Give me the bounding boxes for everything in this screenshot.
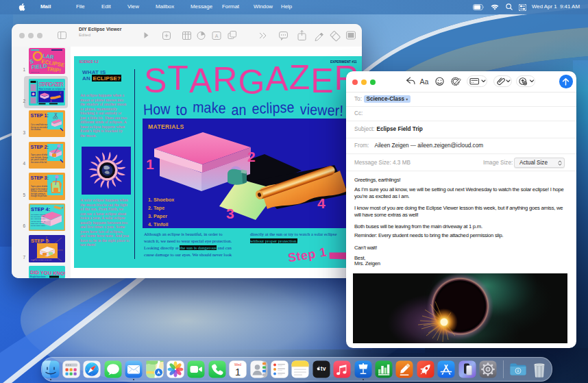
svg-text:the top on one end of: the top on one end of	[31, 126, 48, 129]
svg-text:the center of the foil.: the center of the foil.	[31, 161, 47, 164]
svg-text:out the whole paper.: out the whole paper.	[31, 225, 46, 227]
svg-text:pin, punch a hole in: pin, punch a hole in	[31, 158, 47, 161]
svg-text:4. Tinfoil: 4. Tinfoil	[148, 221, 168, 227]
svg-text:Wed 1 p.m.: Wed 1 p.m.	[31, 71, 40, 73]
svg-text:the shoebox.: the shoebox.	[31, 128, 41, 131]
svg-text:STEP 2:: STEP 2:	[31, 145, 49, 149]
svg-text:the light coming in: the light coming in	[31, 193, 45, 195]
svg-text:Cut a small hole near: Cut a small hole near	[31, 123, 48, 126]
svg-text:Aa: Aa	[420, 77, 429, 86]
svg-text:STEP 4:: STEP 4:	[31, 206, 50, 212]
svg-text:STARGAZER: STARGAZER	[38, 81, 64, 88]
svg-text:the box, across from: the box, across from	[31, 190, 47, 193]
svg-text:STEP 1:: STEP 1:	[31, 113, 49, 118]
svg-text:through the pin hole.: through the pin hole.	[31, 195, 47, 197]
svg-text:paper to the inside of: paper to the inside of	[31, 188, 48, 190]
svg-text:tv: tv	[320, 365, 326, 372]
svg-text:2: 2	[247, 149, 256, 164]
svg-text:Tape a piece of tinfoil: Tape a piece of tinfoil	[31, 153, 48, 156]
svg-text:A: A	[215, 34, 219, 38]
svg-text:2. Tape: 2. Tape	[148, 205, 164, 211]
svg-text:How to make an eclipse viewer!: How to make an eclipse viewer!	[39, 88, 66, 90]
svg-text:1. Shoebox: 1. Shoebox	[148, 197, 174, 203]
svg-text:1: 1	[235, 367, 241, 378]
svg-text:MATERIALS: MATERIALS	[148, 123, 184, 130]
svg-text:Place the lid back on the box.: Place the lid back on the box.	[31, 259, 53, 261]
svg-text:1: 1	[146, 156, 154, 172]
svg-text:Tape a piece of white: Tape a piece of white	[31, 185, 48, 188]
svg-text:3: 3	[226, 206, 234, 221]
svg-text:4: 4	[317, 195, 326, 211]
svg-text:3. Paper: 3. Paper	[148, 213, 167, 219]
svg-text:STEP 3:: STEP 3:	[31, 175, 49, 180]
svg-text:People have been: People have been	[30, 275, 46, 278]
svg-text:over the hole. Using a: over the hole. Using a	[31, 156, 49, 159]
svg-text:STEP 5:: STEP 5:	[31, 238, 50, 244]
